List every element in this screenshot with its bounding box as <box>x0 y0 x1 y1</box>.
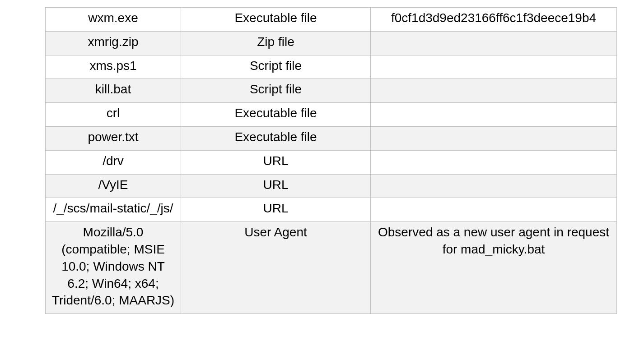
table-row: /_/scs/mail-static/_/js/ URL <box>46 198 617 222</box>
table-row: /drv URL <box>46 150 617 174</box>
cell-indicator: xms.ps1 <box>46 55 181 79</box>
cell-type: Executable file <box>181 126 371 150</box>
page: wxm.exe Executable file f0cf1d3d9ed23166… <box>0 0 644 341</box>
cell-indicator: /VyIE <box>46 174 181 198</box>
table-row: Mozilla/5.0 (compatible; MSIE 10.0; Wind… <box>46 222 617 314</box>
table-row: /VyIE URL <box>46 174 617 198</box>
table-row: power.txt Executable file <box>46 126 617 150</box>
cell-indicator: /drv <box>46 150 181 174</box>
ioc-table: wxm.exe Executable file f0cf1d3d9ed23166… <box>45 7 617 314</box>
cell-note <box>371 31 617 55</box>
cell-note <box>371 198 617 222</box>
cell-type: URL <box>181 198 371 222</box>
table-row: crl Executable file <box>46 103 617 127</box>
cell-type: URL <box>181 174 371 198</box>
cell-note <box>371 55 617 79</box>
cell-note: f0cf1d3d9ed23166ff6c1f3deece19b4 <box>371 8 617 32</box>
cell-type: Script file <box>181 79 371 103</box>
cell-type: URL <box>181 150 371 174</box>
cell-type: Executable file <box>181 8 371 32</box>
cell-indicator: crl <box>46 103 181 127</box>
cell-indicator: xmrig.zip <box>46 31 181 55</box>
table-row: kill.bat Script file <box>46 79 617 103</box>
table-row: xmrig.zip Zip file <box>46 31 617 55</box>
cell-indicator: wxm.exe <box>46 8 181 32</box>
cell-note <box>371 174 617 198</box>
table-row: wxm.exe Executable file f0cf1d3d9ed23166… <box>46 8 617 32</box>
cell-type: Zip file <box>181 31 371 55</box>
cell-type: Executable file <box>181 103 371 127</box>
cell-indicator: kill.bat <box>46 79 181 103</box>
cell-indicator: Mozilla/5.0 (compatible; MSIE 10.0; Wind… <box>46 222 181 314</box>
cell-note <box>371 150 617 174</box>
cell-indicator: /_/scs/mail-static/_/js/ <box>46 198 181 222</box>
cell-note <box>371 126 617 150</box>
cell-type: User Agent <box>181 222 371 314</box>
cell-note <box>371 79 617 103</box>
cell-note: Observed as a new user agent in request … <box>371 222 617 314</box>
cell-indicator: power.txt <box>46 126 181 150</box>
cell-note <box>371 103 617 127</box>
table-row: xms.ps1 Script file <box>46 55 617 79</box>
cell-type: Script file <box>181 55 371 79</box>
